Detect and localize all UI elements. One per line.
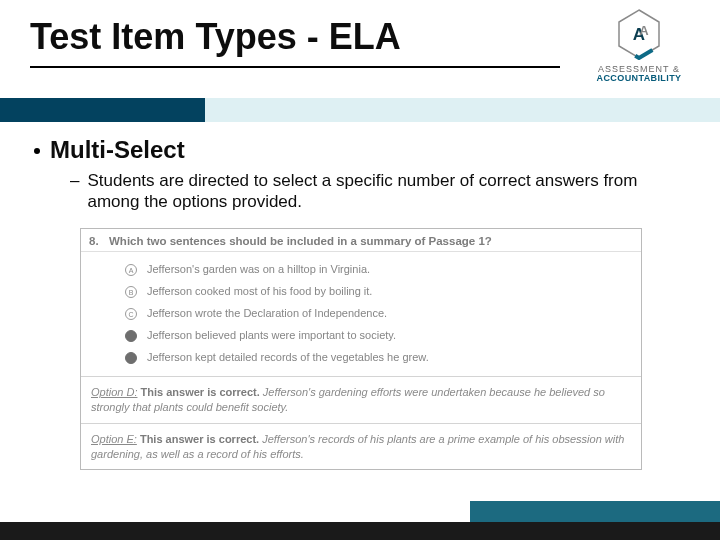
option-text: Jefferson's garden was on a hilltop in V… xyxy=(147,263,370,275)
option-bubble-icon: C xyxy=(125,308,137,320)
bullet-level-1: Multi-Select xyxy=(30,136,690,164)
option-text: Jefferson believed plants were important… xyxy=(147,329,396,341)
bullet-level-2: – Students are directed to select a spec… xyxy=(70,170,690,213)
question-stem: 8. Which two sentences should be include… xyxy=(81,229,641,252)
option-row: BJefferson cooked most of his food by bo… xyxy=(125,280,633,302)
feedback-strong: This answer is correct. xyxy=(140,433,259,445)
body-content: Multi-Select – Students are directed to … xyxy=(30,136,690,213)
bullet-2-text: Students are directed to select a specif… xyxy=(87,170,690,213)
feedback-lead: Option D: xyxy=(91,386,137,398)
example-item: 8. Which two sentences should be include… xyxy=(80,228,642,470)
stem-post: sentences should be included in a summar… xyxy=(167,235,492,247)
option-text: Jefferson wrote the Declaration of Indep… xyxy=(147,307,387,319)
title-underline xyxy=(30,66,560,68)
option-row: Jefferson believed plants were important… xyxy=(125,324,633,346)
feedback-block: Option D: This answer is correct. Jeffer… xyxy=(81,376,641,423)
title-area: Test Item Types - ELA xyxy=(30,18,560,68)
bullet-dot-icon xyxy=(34,148,40,154)
feedback-strong: This answer is correct. xyxy=(141,386,260,398)
option-letter: A xyxy=(126,265,136,276)
header-band xyxy=(0,98,720,122)
slide: Test Item Types - ELA A A ASSESSMENT & A… xyxy=(0,0,720,540)
option-letter: C xyxy=(126,309,136,320)
option-bubble-filled-icon xyxy=(125,352,137,364)
option-row: CJefferson wrote the Declaration of Inde… xyxy=(125,302,633,324)
logo-label-2: ACCOUNTABILITY xyxy=(584,73,694,83)
svg-text:A: A xyxy=(639,23,649,38)
option-row: AJefferson's garden was on a hilltop in … xyxy=(125,258,633,280)
footer-teal xyxy=(470,501,720,522)
logo: A A ASSESSMENT & ACCOUNTABILITY xyxy=(584,8,694,83)
question-number: 8. xyxy=(89,235,109,247)
option-letter: B xyxy=(126,287,136,298)
header-band-dark xyxy=(0,98,205,122)
feedback-block: Option E: This answer is correct. Jeffer… xyxy=(81,423,641,470)
options-list: AJefferson's garden was on a hilltop in … xyxy=(81,252,641,376)
option-bubble-icon: A xyxy=(125,264,137,276)
header-band-light xyxy=(205,98,720,122)
option-bubble-icon: B xyxy=(125,286,137,298)
feedback-list: Option D: This answer is correct. Jeffer… xyxy=(81,376,641,469)
bullet-dash-icon: – xyxy=(70,170,79,191)
stem-bold: two xyxy=(147,235,167,247)
footer-band xyxy=(0,500,720,540)
option-bubble-filled-icon xyxy=(125,330,137,342)
question-text: Which two sentences should be included i… xyxy=(109,235,492,247)
feedback-lead: Option E: xyxy=(91,433,137,445)
option-text: Jefferson kept detailed records of the v… xyxy=(147,351,429,363)
stem-pre: Which xyxy=(109,235,147,247)
footer-dark xyxy=(0,522,720,540)
option-row: Jefferson kept detailed records of the v… xyxy=(125,346,633,368)
slide-title: Test Item Types - ELA xyxy=(30,18,560,56)
bullet-1-text: Multi-Select xyxy=(50,136,185,164)
logo-hex-icon: A A xyxy=(613,8,665,60)
option-text: Jefferson cooked most of his food by boi… xyxy=(147,285,372,297)
